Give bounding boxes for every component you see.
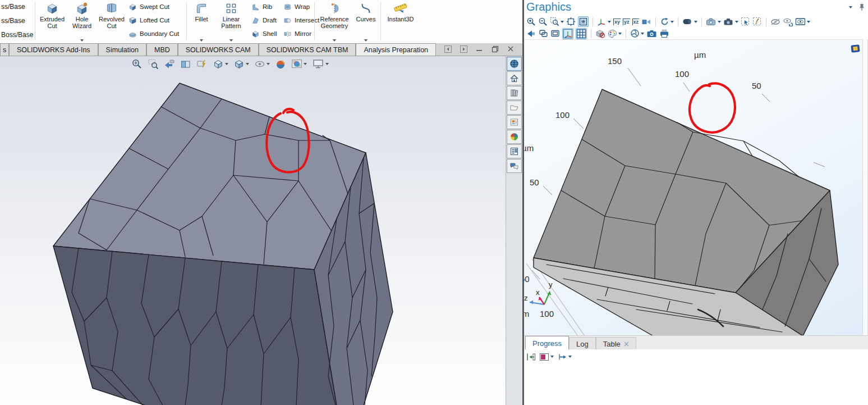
lofted-cut-button[interactable]: Lofted Cut xyxy=(128,15,169,25)
draft-button[interactable]: Draft xyxy=(251,15,277,25)
show-grid-toggle[interactable] xyxy=(576,28,587,39)
tab-table[interactable]: Table xyxy=(596,337,636,350)
table-window-dropdown-icon[interactable] xyxy=(550,356,554,358)
scene-light-icon[interactable] xyxy=(682,17,697,26)
home-button[interactable] xyxy=(507,71,522,85)
zoom-out-icon[interactable] xyxy=(538,17,548,26)
curves-dropdown-icon[interactable] xyxy=(364,39,368,42)
view-orientation-dropdown-icon[interactable] xyxy=(225,63,228,65)
view-orientation-icon[interactable] xyxy=(213,58,228,70)
file-explorer-button[interactable] xyxy=(507,101,522,115)
move-to-next-icon[interactable] xyxy=(557,353,572,361)
cutoff-boss-base-button[interactable]: ss/Base xyxy=(1,3,25,11)
screenshot-icon[interactable] xyxy=(646,29,657,38)
minimize-button[interactable] xyxy=(475,45,483,53)
forum-button[interactable] xyxy=(507,159,522,173)
tab-solidworks-cam-tbm[interactable]: SOLIDWORKS CAM TBM xyxy=(259,43,356,56)
hide-show-items-dropdown-icon[interactable] xyxy=(267,63,270,65)
hole-wizard-button[interactable]: Hole Wizard xyxy=(67,1,97,42)
extruded-cut-button[interactable]: Extruded Cut xyxy=(37,1,67,42)
boundary-cut-button[interactable]: Boundary Cut xyxy=(128,29,179,39)
pane-previous-icon[interactable] xyxy=(444,45,452,53)
pin-icon[interactable] xyxy=(859,3,865,11)
tab-solidworks-cam[interactable]: SOLIDWORKS CAM xyxy=(178,43,259,56)
display-style-icon[interactable] xyxy=(233,58,249,70)
solidworks-resources-button[interactable] xyxy=(507,57,522,71)
revolved-cut-button[interactable]: Revolved Cut xyxy=(97,1,127,42)
view-xz-button[interactable]: xz xyxy=(632,19,640,25)
show-axis-orientation-toggle[interactable] xyxy=(562,28,573,39)
move-to-next-dropdown-icon[interactable] xyxy=(568,356,572,358)
wireframe-icon[interactable] xyxy=(550,29,560,38)
image-snapshot-icon[interactable] xyxy=(706,17,721,26)
tab-features[interactable]: s xyxy=(0,43,9,56)
transparency-icon[interactable] xyxy=(539,29,548,38)
dock-panel-icon[interactable] xyxy=(526,353,536,361)
tab-close-icon[interactable] xyxy=(624,342,629,347)
go-to-view-dropdown-icon[interactable] xyxy=(608,21,611,23)
tab-solidworks-add-ins[interactable]: SOLIDWORKS Add-Ins xyxy=(9,43,98,56)
perspective-view-icon[interactable] xyxy=(641,17,651,26)
material-color-icon[interactable] xyxy=(608,29,622,38)
tab-progress[interactable]: Progress xyxy=(525,336,569,350)
restore-button[interactable] xyxy=(491,45,499,53)
reference-geometry-button[interactable]: Reference Geometry xyxy=(317,1,352,42)
tab-log[interactable]: Log xyxy=(569,337,596,350)
zoom-in-icon[interactable] xyxy=(526,17,536,26)
view-settings-dropdown-icon[interactable] xyxy=(325,63,329,65)
pane-next-icon[interactable] xyxy=(460,45,467,53)
custom-properties-button[interactable] xyxy=(507,144,522,158)
zoom-extents-all-icon[interactable] xyxy=(578,16,589,27)
visibility-options-icon[interactable] xyxy=(795,17,810,26)
environment-reflections-dropdown-icon[interactable] xyxy=(641,33,644,35)
select-region-icon[interactable] xyxy=(741,17,750,26)
zoom-box-dropdown-icon[interactable] xyxy=(561,21,564,23)
rotate-dropdown-icon[interactable] xyxy=(670,21,674,23)
swept-cut-button[interactable]: Swept Cut xyxy=(128,2,169,12)
curves-button[interactable]: Curves xyxy=(353,1,378,42)
view-palette-button[interactable] xyxy=(507,115,522,129)
shell-button[interactable]: Shell xyxy=(251,29,277,39)
mirror-button[interactable]: Mirror xyxy=(283,29,311,39)
comsol-viewport[interactable]: µm 150 100 50 100 µm 50 50 µm 100 x y z xyxy=(524,39,868,336)
print-icon[interactable] xyxy=(659,29,669,38)
hide-geometry-icon[interactable] xyxy=(595,29,605,38)
close-button[interactable] xyxy=(507,45,515,53)
solidworks-viewport[interactable] xyxy=(0,56,522,405)
section-view-icon[interactable] xyxy=(180,58,191,70)
panel-menu-dropdown-icon[interactable] xyxy=(849,6,852,8)
plot-window-icon[interactable] xyxy=(851,44,860,53)
apply-scene-dropdown-icon[interactable] xyxy=(304,63,307,65)
fillet-button[interactable]: Fillet xyxy=(189,1,214,42)
scene-light-dropdown-icon[interactable] xyxy=(694,21,697,23)
tab-simulation[interactable]: Simulation xyxy=(98,43,146,56)
rib-button[interactable]: Rib xyxy=(251,2,272,12)
zoom-fit-icon[interactable] xyxy=(131,58,143,70)
scene-view-cone-icon[interactable] xyxy=(526,29,536,38)
fillet-dropdown-icon[interactable] xyxy=(200,39,203,42)
visibility-options-dropdown-icon[interactable] xyxy=(807,21,810,23)
zoom-extents-icon[interactable] xyxy=(566,17,576,26)
appearances-scenes-button[interactable] xyxy=(507,130,522,144)
view-settings-icon[interactable] xyxy=(312,58,329,70)
tab-analysis-preparation[interactable]: Analysis Preparation xyxy=(356,43,436,56)
previous-view-icon[interactable] xyxy=(164,58,175,70)
apply-scene-icon[interactable] xyxy=(291,58,307,70)
reference-geometry-dropdown-icon[interactable] xyxy=(333,39,336,42)
view-xy-button[interactable]: xy xyxy=(613,19,621,25)
tab-mbd[interactable]: MBD xyxy=(146,43,178,56)
image-snapshot-dropdown-icon[interactable] xyxy=(718,21,721,23)
zoom-area-icon[interactable] xyxy=(148,58,159,70)
linear-pattern-button[interactable]: Linear Pattern xyxy=(215,1,247,42)
clear-selection-icon[interactable] xyxy=(752,17,762,26)
viewport-scrollbar[interactable] xyxy=(862,39,868,335)
view-yz-button[interactable]: yz xyxy=(623,19,630,25)
zoom-box-icon[interactable] xyxy=(550,17,564,26)
annotation-view-icon[interactable] xyxy=(196,58,208,70)
wrap-button[interactable]: Wrap xyxy=(283,2,310,12)
environment-reflections-icon[interactable] xyxy=(630,29,644,38)
material-color-dropdown-icon[interactable] xyxy=(618,33,622,35)
instant3d-button[interactable]: Instant3D xyxy=(384,1,417,42)
table-window-ic[interactable] xyxy=(539,353,554,361)
cutoff-boss-base-button[interactable]: ss/Base xyxy=(1,17,25,25)
